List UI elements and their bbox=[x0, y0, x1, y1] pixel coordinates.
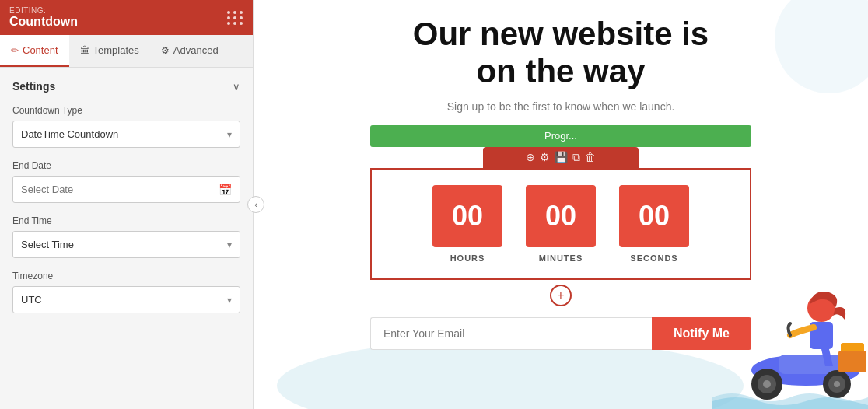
hours-label: HOURS bbox=[450, 253, 485, 263]
widget-name: Countdown bbox=[9, 15, 78, 29]
tab-templates-label: Templates bbox=[93, 44, 139, 56]
minutes-value: 00 bbox=[526, 185, 596, 247]
minutes-label: MINUTES bbox=[539, 253, 583, 263]
countdown-type-field: Countdown Type DateTime Countdown Evergr… bbox=[12, 105, 240, 148]
notify-button[interactable]: Notify Me bbox=[652, 317, 751, 350]
svg-point-6 bbox=[763, 380, 771, 388]
settings-title: Settings bbox=[12, 80, 55, 93]
end-time-label: End Time bbox=[12, 215, 240, 226]
panel-collapse-handle[interactable]: ‹ bbox=[247, 196, 264, 213]
hours-value: 00 bbox=[432, 185, 502, 247]
tab-content-label: Content bbox=[23, 44, 58, 56]
content-tab-icon: ✏ bbox=[11, 45, 19, 56]
end-time-select-wrapper: Select Time 12:00 AM 6:00 AM 12:00 PM 6:… bbox=[12, 231, 240, 258]
tab-advanced-label: Advanced bbox=[173, 44, 219, 56]
settings-icon[interactable]: ⚙ bbox=[540, 151, 550, 163]
countdown-widget: 00 HOURS 00 MINUTES 00 SECONDS bbox=[370, 168, 751, 280]
hero-title-line2: on the way bbox=[476, 53, 645, 89]
countdown-type-select-wrapper: DateTime Countdown Evergreen Countdown ▾ bbox=[12, 121, 240, 148]
editing-info: EDITING: Countdown bbox=[9, 6, 78, 29]
copy-icon[interactable]: ⧉ bbox=[572, 151, 580, 164]
content-area: Our new website is on the way Sign up to… bbox=[254, 0, 868, 358]
editing-header: EDITING: Countdown bbox=[0, 0, 253, 35]
templates-tab-icon: 🏛 bbox=[80, 45, 89, 56]
timezone-select-wrapper: UTC EST PST CST GMT ▾ bbox=[12, 286, 240, 313]
hero-title: Our new website is on the way bbox=[413, 16, 709, 91]
timezone-select[interactable]: UTC EST PST CST GMT bbox=[13, 287, 240, 313]
countdown-hours: 00 HOURS bbox=[432, 185, 502, 263]
tab-templates[interactable]: 🏛 Templates bbox=[69, 35, 150, 67]
countdown-type-label: Countdown Type bbox=[12, 105, 240, 116]
progress-bar: Progr... bbox=[370, 125, 751, 147]
editing-label: EDITING: bbox=[9, 6, 78, 15]
delete-icon[interactable]: 🗑 bbox=[585, 151, 596, 163]
tab-bar: ✏ Content 🏛 Templates ⚙ Advanced bbox=[0, 35, 253, 68]
end-date-input-wrapper: 📅 bbox=[12, 176, 240, 203]
seconds-label: SECONDS bbox=[630, 253, 677, 263]
hero-title-line1: Our new website is bbox=[413, 16, 709, 52]
left-panel: EDITING: Countdown ✏ Content 🏛 Templates… bbox=[0, 0, 254, 409]
svg-point-9 bbox=[834, 381, 840, 387]
right-panel: Our new website is on the way Sign up to… bbox=[254, 0, 868, 409]
end-date-input[interactable] bbox=[13, 177, 211, 202]
tab-advanced[interactable]: ⚙ Advanced bbox=[150, 35, 229, 67]
dots-menu-icon[interactable] bbox=[227, 11, 243, 25]
end-date-label: End Date bbox=[12, 160, 240, 171]
end-time-select[interactable]: Select Time 12:00 AM 6:00 AM 12:00 PM 6:… bbox=[13, 232, 240, 257]
settings-collapse-icon[interactable]: ∨ bbox=[233, 81, 240, 93]
countdown-seconds: 00 SECONDS bbox=[619, 185, 689, 263]
hero-subtitle: Sign up to be the first to know when we … bbox=[447, 100, 675, 113]
hero-section: Our new website is on the way Sign up to… bbox=[355, 0, 767, 358]
panel-body: Settings ∨ Countdown Type DateTime Count… bbox=[0, 68, 253, 409]
save-icon[interactable]: 💾 bbox=[555, 151, 568, 163]
calendar-icon[interactable]: 📅 bbox=[211, 184, 240, 196]
settings-section-header: Settings ∨ bbox=[12, 80, 240, 93]
countdown-type-select[interactable]: DateTime Countdown Evergreen Countdown bbox=[13, 121, 240, 147]
end-time-field: End Time Select Time 12:00 AM 6:00 AM 12… bbox=[12, 215, 240, 258]
add-widget-button[interactable]: + bbox=[550, 285, 572, 306]
timezone-label: Timezone bbox=[12, 271, 240, 281]
email-row: Notify Me bbox=[370, 317, 751, 350]
tab-content[interactable]: ✏ Content bbox=[0, 35, 69, 67]
widget-toolbar: ⊕ ⚙ 💾 ⧉ 🗑 bbox=[483, 147, 639, 168]
countdown-minutes: 00 MINUTES bbox=[526, 185, 596, 263]
end-date-field: End Date 📅 bbox=[12, 160, 240, 203]
progress-label: Progr... bbox=[544, 130, 577, 142]
move-icon[interactable]: ⊕ bbox=[526, 151, 535, 163]
email-input[interactable] bbox=[370, 317, 652, 350]
timezone-field: Timezone UTC EST PST CST GMT ▾ bbox=[12, 271, 240, 313]
right-panel-inner: Our new website is on the way Sign up to… bbox=[254, 0, 868, 409]
advanced-tab-icon: ⚙ bbox=[161, 45, 170, 56]
seconds-value: 00 bbox=[619, 185, 689, 247]
